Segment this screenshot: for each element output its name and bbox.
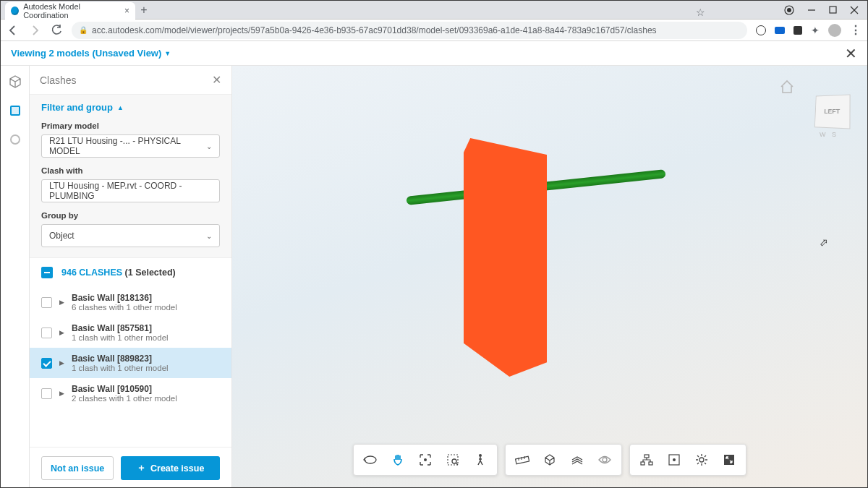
chevron-down-icon: ⌄ bbox=[206, 232, 212, 240]
lock-icon: 🔒 bbox=[79, 26, 88, 34]
expand-icon[interactable]: ▶ bbox=[59, 299, 64, 306]
viewing-models-label: Viewing 2 models (Unsaved View) bbox=[11, 48, 161, 59]
expand-icon[interactable]: ▶ bbox=[59, 390, 64, 397]
filter-group-toggle[interactable]: Filter and group ▲ bbox=[41, 102, 220, 113]
close-panel-icon[interactable]: ✕ bbox=[212, 73, 221, 87]
ext-icon-2[interactable] bbox=[775, 27, 785, 34]
clash-subtext: 1 clash with 1 other model bbox=[72, 333, 169, 342]
rail-models-button[interactable] bbox=[8, 74, 22, 89]
expand-icon[interactable]: ▶ bbox=[59, 329, 64, 336]
primary-model-select[interactable]: R21 LTU Housing -... - PHYSICAL MODEL ⌄ bbox=[41, 134, 220, 158]
walk-button[interactable] bbox=[467, 449, 494, 471]
address-bar: 🔒 acc.autodesk.com/model/viewer/projects… bbox=[1, 20, 867, 41]
svg-rect-18 bbox=[641, 462, 644, 465]
clash-list[interactable]: ▶Basic Wall [818136]6 clashes with 1 oth… bbox=[30, 287, 231, 447]
url-box[interactable]: 🔒 acc.autodesk.com/model/viewer/projects… bbox=[72, 22, 747, 39]
close-viewer-button[interactable]: ✕ bbox=[845, 45, 857, 62]
ext-icon-1[interactable] bbox=[756, 25, 766, 35]
forward-button[interactable] bbox=[28, 24, 41, 37]
clash-item[interactable]: ▶Basic Wall [889823]1 clash with 1 other… bbox=[30, 348, 231, 378]
model-scene bbox=[413, 138, 739, 398]
extension-icons: ✦ ⋮ bbox=[756, 23, 861, 37]
zoom-button[interactable] bbox=[412, 449, 439, 471]
not-issue-button[interactable]: Not an issue bbox=[41, 456, 114, 480]
viewer-canvas[interactable]: LEFT W S ⬀ bbox=[232, 66, 867, 488]
clash-item[interactable]: ▶Basic Wall [910590]2 clashes with 1 oth… bbox=[30, 378, 231, 408]
caret-down-icon: ▼ bbox=[164, 50, 171, 57]
clash-summary: 946 CLASHES (1 Selected) bbox=[30, 258, 231, 287]
model-browser-button[interactable] bbox=[633, 449, 660, 471]
new-tab-button[interactable]: + bbox=[135, 4, 153, 17]
explode-button[interactable] bbox=[563, 449, 591, 471]
cursor-icon: ⬀ bbox=[820, 236, 828, 248]
clash-panel: Clashes ✕ Filter and group ▲ Primary mod… bbox=[30, 66, 232, 488]
settings-button[interactable] bbox=[688, 449, 715, 471]
clash-checkbox[interactable] bbox=[41, 388, 52, 399]
triangle-up-icon: ▲ bbox=[117, 104, 124, 111]
group-by-select[interactable]: Object ⌄ bbox=[41, 224, 220, 247]
clash-item[interactable]: ▶Basic Wall [818136]6 clashes with 1 oth… bbox=[30, 287, 231, 317]
rail-issues-button[interactable] bbox=[8, 132, 22, 147]
browser-tab[interactable]: Autodesk Model Coordination × bbox=[5, 2, 135, 20]
pan-button[interactable] bbox=[384, 449, 412, 471]
create-issue-button[interactable]: ＋ Create issue bbox=[121, 456, 220, 480]
svg-point-16 bbox=[603, 458, 607, 462]
primary-model-value: R21 LTU Housing -... - PHYSICAL MODEL bbox=[49, 136, 206, 156]
clash-name: Basic Wall [818136] bbox=[72, 293, 177, 303]
layers-icon bbox=[10, 106, 20, 116]
profile-avatar[interactable] bbox=[828, 24, 841, 37]
svg-rect-23 bbox=[724, 455, 734, 465]
measure-button[interactable] bbox=[509, 449, 536, 471]
clash-subtext: 2 clashes with 1 other model bbox=[72, 394, 177, 403]
viewcube[interactable]: LEFT W S bbox=[804, 87, 854, 138]
extensions-icon[interactable]: ✦ bbox=[811, 25, 820, 36]
window-close-icon[interactable] bbox=[850, 6, 859, 14]
clash-with-select[interactable]: LTU Housing - MEP.rvt - COORD - PLUMBING bbox=[41, 179, 220, 202]
clash-with-value: LTU Housing - MEP.rvt - COORD - PLUMBING bbox=[49, 181, 212, 201]
record-icon[interactable] bbox=[784, 5, 794, 15]
group-by-label: Group by bbox=[41, 211, 220, 220]
properties-button[interactable] bbox=[660, 449, 688, 471]
orbit-button[interactable] bbox=[357, 449, 384, 471]
clash-checkbox[interactable] bbox=[41, 328, 52, 338]
svg-point-1 bbox=[787, 8, 791, 12]
clash-with-label: Clash with bbox=[41, 166, 220, 175]
bookmark-star-icon[interactable]: ☆ bbox=[696, 7, 705, 18]
app-header: Viewing 2 models (Unsaved View) ▼ ✕ bbox=[1, 41, 867, 66]
maximize-icon[interactable] bbox=[829, 6, 837, 14]
clash-checkbox[interactable] bbox=[41, 297, 52, 308]
close-tab-icon[interactable]: × bbox=[124, 6, 129, 16]
home-view-button[interactable] bbox=[779, 79, 795, 98]
viewing-models-dropdown[interactable]: Viewing 2 models (Unsaved View) ▼ bbox=[11, 48, 171, 59]
ext-icon-3[interactable] bbox=[793, 26, 802, 35]
back-button[interactable] bbox=[7, 24, 20, 37]
browser-menu-icon[interactable]: ⋮ bbox=[850, 23, 861, 37]
expand-icon[interactable]: ▶ bbox=[59, 359, 64, 367]
nav-tool-group bbox=[353, 444, 498, 476]
chevron-down-icon: ⌄ bbox=[206, 142, 212, 150]
url-text: acc.autodesk.com/model/viewer/projects/5… bbox=[92, 25, 657, 35]
select-all-checkbox[interactable] bbox=[41, 267, 53, 278]
section-button[interactable] bbox=[536, 449, 563, 471]
model-tool-group bbox=[629, 444, 746, 476]
panel-title: Clashes bbox=[40, 74, 77, 86]
rail-clashes-button[interactable] bbox=[8, 103, 22, 118]
viewcube-face[interactable]: LEFT bbox=[814, 94, 851, 129]
fullscreen-button[interactable] bbox=[715, 449, 743, 471]
viewcube-compass: W S bbox=[820, 131, 838, 138]
check-circle-icon bbox=[10, 134, 20, 145]
zoom-window-button[interactable] bbox=[439, 449, 467, 471]
svg-point-21 bbox=[673, 458, 676, 461]
minimize-icon[interactable] bbox=[807, 6, 816, 14]
clash-selected-count: (1 Selected) bbox=[125, 267, 176, 278]
filter-group-label: Filter and group bbox=[41, 102, 113, 113]
clash-item[interactable]: ▶Basic Wall [857581]1 clash with 1 other… bbox=[30, 317, 231, 348]
group-by-value: Object bbox=[49, 231, 75, 241]
clash-checkbox[interactable] bbox=[41, 358, 52, 369]
clash-name: Basic Wall [910590] bbox=[72, 384, 177, 394]
reload-button[interactable] bbox=[50, 24, 63, 37]
wall-element[interactable] bbox=[464, 138, 547, 377]
measure-tool-group bbox=[505, 444, 622, 476]
create-issue-label: Create issue bbox=[150, 463, 204, 474]
ghost-button[interactable] bbox=[591, 449, 618, 471]
